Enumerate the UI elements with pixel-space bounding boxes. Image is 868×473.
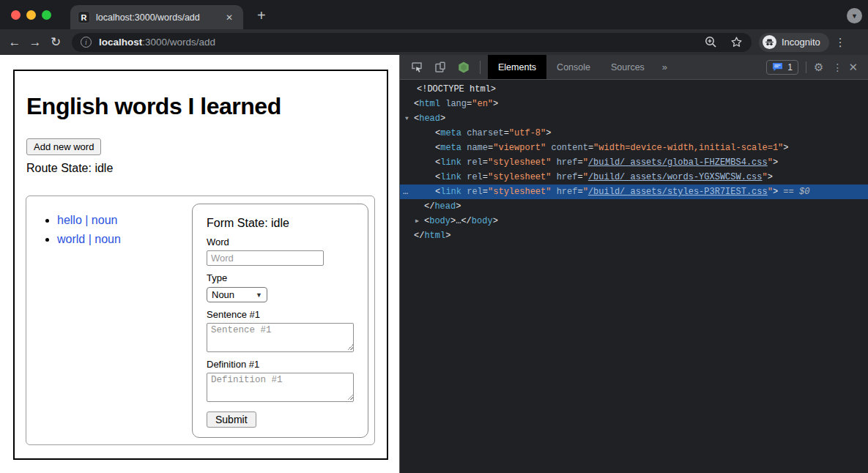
incognito-badge: Incognito bbox=[759, 33, 829, 52]
node-options-dots-icon[interactable]: … bbox=[403, 185, 409, 199]
code-token: content bbox=[551, 143, 587, 153]
device-toolbar-icon[interactable] bbox=[434, 61, 447, 74]
code-token bbox=[551, 187, 556, 197]
code-token: href bbox=[557, 187, 578, 197]
code-token: /build/_assets/global-FHZEMBS4.css bbox=[588, 157, 768, 168]
form-state-text: Form State: idle bbox=[207, 217, 354, 230]
code-token: " bbox=[583, 172, 588, 182]
page-viewport: English words I learned Add new word Rou… bbox=[0, 55, 399, 473]
code-token: link bbox=[440, 157, 461, 168]
code-token: > bbox=[493, 216, 498, 226]
tab-close-icon[interactable]: ✕ bbox=[223, 11, 236, 24]
devtools-close-icon[interactable]: ✕ bbox=[848, 61, 858, 74]
incognito-icon bbox=[763, 35, 776, 49]
app-container: English words I learned Add new word Rou… bbox=[13, 70, 388, 460]
tab-sources[interactable]: Sources bbox=[601, 55, 655, 79]
url-text[interactable]: localhost:3000/words/add bbox=[99, 37, 215, 48]
dom-tree-line[interactable]: ▼<head> bbox=[400, 111, 868, 126]
add-new-word-button[interactable]: Add new word bbox=[26, 138, 101, 155]
code-token: = bbox=[588, 143, 593, 153]
code-token: "stylesheet" bbox=[488, 157, 551, 168]
toolbar-divider bbox=[806, 62, 806, 73]
bookmark-star-icon[interactable] bbox=[730, 36, 743, 48]
sentence-textarea[interactable] bbox=[207, 323, 354, 352]
tab-strip: R localhost:3000/words/add ✕ + ▼ bbox=[0, 0, 868, 29]
dom-tree-line[interactable]: <meta name="viewport" content="width=dev… bbox=[400, 141, 868, 155]
tab-search-caret-icon[interactable]: ▼ bbox=[847, 8, 862, 23]
type-select-value: Noun bbox=[212, 289, 234, 300]
code-token: name bbox=[467, 143, 488, 153]
word-field-label: Word bbox=[207, 236, 354, 247]
dom-tree-line[interactable]: <meta charset="utf-8"> bbox=[400, 126, 868, 141]
type-select[interactable]: Noun ▼ bbox=[207, 287, 267, 302]
dom-tree-line[interactable]: <link rel="stylesheet" href="/build/_ass… bbox=[400, 170, 868, 185]
issues-counter[interactable]: 1 bbox=[766, 60, 798, 75]
word-link-world[interactable]: world | noun bbox=[57, 233, 121, 245]
word-link-hello[interactable]: hello | noun bbox=[57, 214, 117, 226]
dom-tree-line[interactable]: </html> bbox=[400, 228, 868, 243]
code-token: html bbox=[424, 231, 445, 241]
code-token: body bbox=[472, 216, 493, 226]
devtools-toolbar: Elements Console Sources » 1 ⚙ ⋮ ✕ bbox=[400, 55, 868, 80]
forward-button[interactable]: → bbox=[25, 35, 45, 50]
dom-tree-line[interactable]: </head> bbox=[400, 199, 868, 214]
expand-closed-arrow-icon[interactable]: ▶ bbox=[415, 214, 424, 228]
code-token: html bbox=[419, 99, 440, 109]
code-token bbox=[551, 172, 556, 182]
tab-console[interactable]: Console bbox=[546, 55, 601, 79]
code-token: "stylesheet" bbox=[488, 187, 551, 197]
code-token: = bbox=[483, 157, 488, 168]
zoom-level-icon[interactable] bbox=[705, 36, 717, 48]
word-input[interactable] bbox=[207, 250, 324, 266]
back-button[interactable]: ← bbox=[4, 35, 25, 50]
code-token: body bbox=[429, 216, 450, 226]
minimize-window-button[interactable] bbox=[26, 10, 36, 20]
new-tab-button[interactable]: + bbox=[253, 7, 270, 24]
code-token: > bbox=[493, 99, 498, 109]
type-field-label: Type bbox=[207, 272, 354, 283]
code-token: = bbox=[577, 157, 582, 168]
definition-field-label: Definition #1 bbox=[207, 359, 354, 370]
incognito-label: Incognito bbox=[782, 37, 820, 48]
definition-textarea[interactable] bbox=[207, 373, 354, 402]
dom-tree-line[interactable]: <html lang="en"> bbox=[400, 97, 868, 111]
code-token: == $0 bbox=[778, 187, 809, 197]
site-info-icon[interactable]: i bbox=[81, 37, 92, 48]
reload-button[interactable]: ↻ bbox=[45, 34, 66, 50]
code-token: = bbox=[577, 187, 582, 197]
dom-tree-line[interactable]: <!DOCTYPE html> bbox=[400, 82, 868, 97]
code-token: > bbox=[773, 157, 778, 168]
code-token: > bbox=[768, 172, 773, 182]
code-token: " bbox=[768, 157, 773, 168]
settings-gear-icon[interactable]: ⚙ bbox=[814, 61, 823, 74]
code-token: rel bbox=[467, 172, 483, 182]
route-state-text: Route State: idle bbox=[26, 162, 387, 175]
code-token: meta bbox=[440, 143, 461, 153]
dom-tree-line[interactable]: <link rel="stylesheet" href="/build/_ass… bbox=[400, 155, 868, 170]
browser-menu-icon[interactable]: ⋮ bbox=[835, 36, 845, 49]
dom-tree-line[interactable]: …<link rel="stylesheet" href="/build/_as… bbox=[400, 185, 868, 199]
browser-tab[interactable]: R localhost:3000/words/add ✕ bbox=[70, 5, 243, 29]
maximize-window-button[interactable] bbox=[42, 10, 51, 20]
code-token: > bbox=[456, 201, 461, 212]
submit-button[interactable]: Submit bbox=[207, 411, 256, 428]
tab-elements[interactable]: Elements bbox=[488, 55, 546, 79]
more-tabs-icon[interactable]: » bbox=[655, 62, 675, 72]
close-window-button[interactable] bbox=[11, 10, 21, 20]
code-token: = bbox=[504, 128, 509, 138]
inspect-element-icon[interactable] bbox=[410, 61, 423, 74]
dom-tree-line[interactable]: ▶<body>…</body> bbox=[400, 214, 868, 228]
devtools-panel: Elements Console Sources » 1 ⚙ ⋮ ✕ <!DOC… bbox=[399, 55, 868, 473]
devtools-tabs: Elements Console Sources » bbox=[488, 55, 675, 79]
code-token: > bbox=[546, 128, 551, 138]
remix-favicon-icon: R bbox=[78, 11, 90, 23]
address-bar[interactable]: i localhost:3000/words/add bbox=[72, 33, 752, 52]
traffic-lights bbox=[11, 10, 51, 20]
code-token: lang bbox=[445, 99, 467, 109]
code-token: link bbox=[440, 172, 461, 182]
extension-hexagon-icon[interactable] bbox=[457, 61, 470, 74]
expand-open-arrow-icon[interactable]: ▼ bbox=[405, 111, 414, 126]
devtools-menu-icon[interactable]: ⋮ bbox=[832, 62, 839, 73]
tab-title: localhost:3000/words/add bbox=[96, 12, 223, 23]
code-token: > bbox=[783, 143, 788, 153]
